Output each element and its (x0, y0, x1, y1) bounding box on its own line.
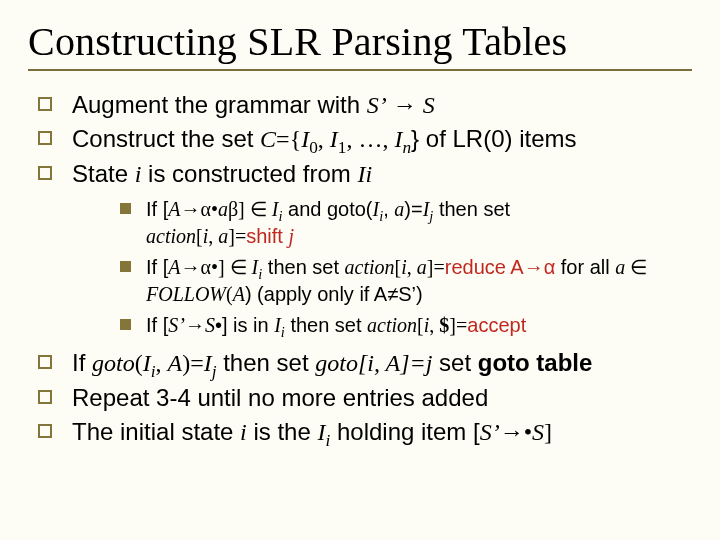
list-item: The initial state i is the Ii holding it… (32, 416, 692, 448)
title-divider (28, 69, 692, 71)
shift-action: shift j (246, 225, 294, 247)
reduce-action: reduce A→α (445, 256, 556, 278)
list-item: State i is constructed from Ii If [A→α•a… (32, 158, 692, 339)
sub-list: If [A→α•aβ] ∈ Ii and goto(Ii, a)=Ij then… (72, 196, 692, 339)
list-item: Repeat 3-4 until no more entries added (32, 382, 692, 414)
list-item: Augment the grammar with S’ → S (32, 89, 692, 121)
list-item: If [S’→S•] is in Ii then set action[i, $… (116, 312, 692, 339)
list-item: If goto(Ii, A)=Ij then set goto[i, A]=j … (32, 347, 692, 379)
list-item: If [A→α•] ∈ Ii then set action[i, a]=red… (116, 254, 692, 308)
list-item: If [A→α•aβ] ∈ Ii and goto(Ii, a)=Ij then… (116, 196, 692, 250)
bullet-list: Augment the grammar with S’ → S Construc… (28, 89, 692, 448)
page-title: Constructing SLR Parsing Tables (28, 18, 692, 65)
list-item: Construct the set C={I0, I1, …, In} of L… (32, 123, 692, 155)
accept-action: accept (467, 314, 526, 336)
slide: Constructing SLR Parsing Tables Augment … (0, 0, 720, 540)
